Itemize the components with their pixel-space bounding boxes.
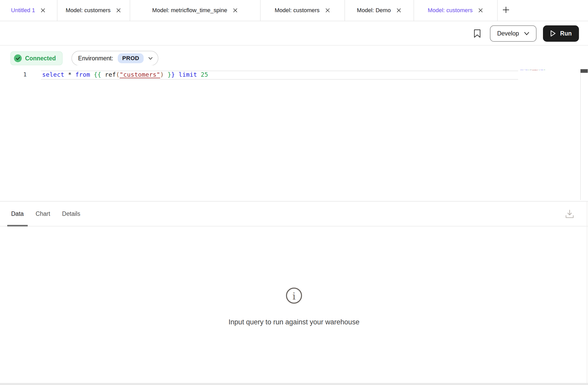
bookmark-button[interactable] (474, 29, 481, 38)
download-icon (565, 209, 574, 219)
run-button-label: Run (560, 30, 572, 37)
run-button[interactable]: Run (543, 25, 579, 42)
empty-state: i Input query to run against your wareho… (0, 287, 588, 326)
editor-scrollbar-track (580, 69, 581, 200)
tab-data[interactable]: Data (7, 202, 28, 226)
develop-button-label: Develop (497, 30, 519, 37)
editor-scrollbar-thumb[interactable] (580, 69, 588, 73)
toolbar: Develop Run (0, 22, 588, 46)
tab-model-demo[interactable]: Model: Demo (345, 0, 414, 21)
results-tab-label: Details (62, 210, 80, 217)
close-icon[interactable] (325, 8, 330, 13)
editor-minimap: select * from {{ ref("customers") }} lim… (520, 69, 545, 70)
close-icon[interactable] (396, 8, 402, 13)
close-icon[interactable] (40, 8, 46, 13)
play-icon (550, 30, 556, 37)
editor-tab-bar: Untitled 1 Model: customers Model: metri… (0, 0, 588, 21)
check-icon (14, 54, 22, 62)
environment-selector[interactable]: Environment: PROD (71, 51, 158, 66)
tab-label: Model: customers (275, 7, 320, 14)
develop-button[interactable]: Develop (490, 25, 536, 42)
connection-status-label: Connected (25, 55, 56, 62)
chevron-down-icon (148, 57, 153, 60)
line-number: 1 (0, 71, 27, 78)
tab-model-metricflow-time-spine[interactable]: Model: metricflow_time_spine (130, 0, 261, 21)
results-tab-bar: Data Chart Details (0, 202, 588, 226)
environment-value-chip: PROD (118, 53, 144, 63)
bookmark-icon (474, 29, 481, 38)
environment-label: Environment: (78, 55, 113, 62)
tab-label: Model: customers (428, 7, 473, 14)
tab-details[interactable]: Details (58, 202, 84, 226)
tab-label: Model: Demo (357, 7, 391, 14)
tab-label: Model: customers (66, 7, 111, 14)
results-tab-label: Chart (36, 210, 50, 217)
tab-chart[interactable]: Chart (32, 202, 54, 226)
app-window: Untitled 1 Model: customers Model: metri… (0, 0, 588, 385)
tab-model-customers-3[interactable]: Model: customers (414, 0, 498, 21)
tab-model-customers-1[interactable]: Model: customers (57, 0, 130, 21)
bottom-divider-band (0, 383, 588, 385)
code-line[interactable]: select * from {{ ref("customers") }} lim… (42, 71, 208, 78)
close-icon[interactable] (478, 8, 483, 13)
chevron-down-icon (524, 32, 529, 35)
tab-untitled-1[interactable]: Untitled 1 (0, 0, 57, 21)
new-tab-button[interactable] (498, 0, 514, 21)
tab-model-customers-2[interactable]: Model: customers (261, 0, 345, 21)
connection-status-badge: Connected (10, 51, 63, 65)
results-tab-label: Data (11, 210, 24, 217)
download-button[interactable] (565, 202, 574, 226)
status-row: Connected Environment: PROD (10, 51, 158, 66)
empty-state-message: Input query to run against your warehous… (229, 318, 359, 326)
results-panel: Data Chart Details i Input query to run … (0, 201, 588, 383)
tab-label: Model: metricflow_time_spine (152, 7, 227, 14)
close-icon[interactable] (116, 8, 121, 13)
svg-text:i: i (292, 290, 296, 302)
info-icon: i (285, 287, 303, 304)
close-icon[interactable] (232, 8, 238, 13)
tab-label: Untitled 1 (11, 7, 35, 14)
plus-icon (502, 6, 510, 15)
sql-editor[interactable]: 1 select * from {{ ref("customers") }} l… (0, 65, 588, 201)
